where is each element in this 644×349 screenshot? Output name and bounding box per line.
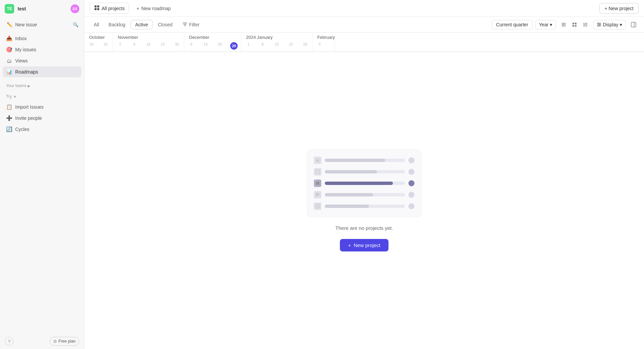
november-block: November 2 9 16 23 30: [113, 33, 184, 51]
all-projects-label: All projects: [102, 6, 125, 11]
display-label: Display: [603, 22, 618, 27]
new-project-main-button[interactable]: + New project: [340, 239, 388, 251]
ghost-bar-wrap-3: [325, 182, 405, 185]
free-plan-label: Free plan: [58, 339, 76, 344]
plus-icon: +: [348, 242, 351, 248]
sidebar-nav: 📥 Inbox 🎯 My issues 🗂 Views 📊 Roadmaps: [0, 32, 84, 79]
workspace-avatar: TE: [5, 4, 14, 14]
svg-rect-3: [97, 8, 99, 10]
layers-icon: 🗂: [6, 58, 12, 64]
svg-rect-2: [95, 8, 97, 10]
svg-rect-9: [572, 25, 574, 27]
tab-all[interactable]: All: [90, 20, 103, 29]
new-issue-button[interactable]: ✏️ New issue: [3, 20, 69, 30]
svg-rect-26: [316, 170, 319, 173]
ghost-row-1: [314, 157, 414, 164]
free-plan-button[interactable]: ⊙ Free plan: [50, 337, 79, 346]
svg-rect-11: [583, 23, 584, 24]
sidebar-item-label: Views: [15, 58, 28, 63]
timeline-header-scroll[interactable]: October 18 25 November 2 9 16 23 30: [84, 33, 644, 52]
day-29: 29: [298, 42, 312, 48]
sidebar-item-label: Invite people: [15, 115, 42, 121]
timeline-view-button[interactable]: [580, 20, 590, 30]
january-days: 1 8 15 22 29: [241, 42, 312, 48]
all-projects-button[interactable]: All projects: [90, 3, 129, 14]
tab-active[interactable]: Active: [131, 20, 152, 29]
day-18: 18: [84, 42, 99, 48]
day-1: 1: [241, 42, 256, 48]
new-project-top-button[interactable]: + New project: [599, 3, 639, 14]
sidebar-item-views[interactable]: 🗂 Views: [3, 55, 81, 66]
grid-view-button[interactable]: [569, 20, 580, 30]
current-quarter-button[interactable]: Current quarter: [492, 20, 533, 29]
sidebar-item-inbox[interactable]: 📥 Inbox: [3, 33, 81, 44]
october-days: 18 25: [84, 42, 113, 48]
search-button[interactable]: 🔍: [71, 20, 81, 30]
svg-rect-5: [562, 24, 566, 25]
circle-icon: ⊙: [53, 339, 57, 344]
day-16: 16: [141, 42, 156, 48]
ghost-dot-5: [408, 203, 414, 209]
month-header-row: October 18 25 November 2 9 16 23 30: [84, 33, 644, 52]
ghost-dot-3: [408, 180, 414, 186]
empty-state: There are no projects yet. + New project: [84, 52, 644, 349]
svg-rect-16: [585, 26, 587, 26]
svg-rect-0: [95, 5, 97, 7]
new-roadmap-button[interactable]: + New roadmap: [132, 4, 175, 13]
ghost-bar-wrap-5: [325, 205, 405, 208]
ghost-row-4: [314, 191, 414, 198]
user-avatar[interactable]: EX: [71, 4, 79, 13]
chevron-down-icon: ▾: [550, 22, 552, 27]
list-view-button[interactable]: [559, 20, 569, 30]
day-13: 13: [198, 42, 213, 51]
sidebar-item-cycles[interactable]: 🔄 Cycles: [3, 124, 81, 135]
year-button[interactable]: Year ▾: [535, 20, 556, 29]
december-label: December: [184, 33, 241, 42]
filter-button[interactable]: Filter: [179, 20, 203, 29]
ghost-icon-2: [314, 168, 321, 176]
sidebar: TE test EX ✏️ New issue 🔍 📥 Inbox 🎯 My i…: [0, 0, 84, 349]
your-teams-label: Your teams: [6, 83, 26, 88]
svg-rect-13: [583, 24, 586, 25]
ghost-dot-2: [408, 169, 414, 175]
ghost-bar-1: [325, 159, 385, 162]
filter-label: Filter: [189, 22, 199, 27]
ghost-icon-4: [314, 191, 321, 198]
pencil-icon: ✏️: [7, 22, 12, 27]
svg-marker-25: [316, 158, 320, 162]
panel-toggle-button[interactable]: [628, 20, 639, 30]
day-30: 30: [170, 42, 184, 48]
day-23: 23: [156, 42, 170, 48]
sidebar-item-label: Cycles: [15, 127, 29, 132]
try-label: Try: [6, 94, 12, 99]
sidebar-item-label: My issues: [15, 47, 36, 52]
help-button[interactable]: ?: [5, 337, 14, 346]
svg-rect-6: [562, 26, 566, 26]
tab-backlog[interactable]: Backlog: [105, 20, 130, 29]
svg-rect-30: [318, 182, 319, 185]
main-content: All projects + New roadmap + New project…: [84, 0, 644, 349]
sidebar-item-roadmaps[interactable]: 📊 Roadmaps: [3, 66, 81, 77]
day-8: 8: [256, 42, 270, 48]
sidebar-top: TE test EX: [0, 0, 84, 18]
today-circle: 29: [230, 42, 238, 50]
sidebar-item-my-issues[interactable]: 🎯 My issues: [3, 44, 81, 55]
filterbar: All Backlog Active Closed Filter Current…: [84, 17, 644, 33]
import-icon: 📋: [6, 104, 12, 110]
december-block: December 6 13 20 29: [184, 33, 241, 51]
february-label: February: [313, 33, 335, 42]
day-2: 2: [113, 42, 127, 48]
sidebar-item-import[interactable]: 📋 Import Issues: [3, 102, 81, 112]
sliders-icon: [597, 22, 601, 28]
svg-point-21: [599, 24, 600, 25]
year-label: Year: [539, 22, 548, 27]
chevron-right-icon: ▶: [28, 84, 30, 88]
display-button[interactable]: Display ▾: [593, 20, 626, 30]
extra-nav: 📋 Import Issues ➕ Invite people 🔄 Cycles: [0, 100, 84, 136]
tab-closed[interactable]: Closed: [154, 20, 177, 29]
svg-rect-23: [631, 22, 636, 27]
filter-icon: [183, 22, 187, 28]
december-days: 6 13 20 29: [184, 42, 241, 51]
sidebar-item-invite[interactable]: ➕ Invite people: [3, 113, 81, 124]
target-icon: 🎯: [6, 47, 12, 53]
